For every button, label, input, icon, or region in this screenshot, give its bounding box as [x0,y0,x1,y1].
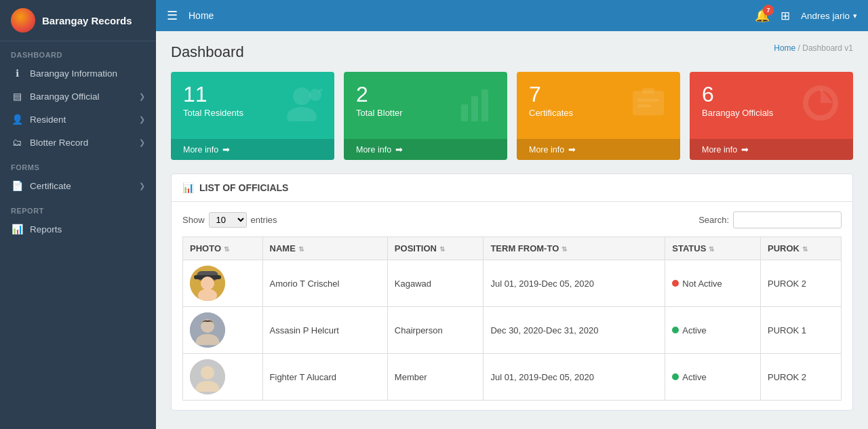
card-barangay-officials: 6 Barangay Officials More info ➡ [690,72,853,160]
sidebar-item-resident[interactable]: 👤 Resident ❯ [0,108,156,131]
show-entries-control: Show 10 25 50 100 entries [182,212,277,228]
svg-rect-9 [637,99,659,102]
entries-select[interactable]: 10 25 50 100 [209,212,247,228]
sidebar-item-label: Reports [30,224,62,234]
residents-icon [281,84,322,129]
sidebar-item-label: Resident [30,115,66,125]
table-row: Amorio T Crischel Kagawad Jul 01, 2019-D… [183,260,842,307]
person-icon: 👤 [11,114,23,125]
topbar-right: 🔔 7 ⊞ Andres jario ▾ [755,8,857,23]
sidebar-item-barangay-information[interactable]: ℹ Barangay Information [0,62,156,85]
col-purok[interactable]: PUROK⇅ [760,237,841,260]
list-icon: ▤ [11,91,23,102]
sidebar-item-blotter-record[interactable]: 🗂 Blotter Record ❯ [0,131,156,154]
cell-position: Chairperson [387,307,484,354]
cell-name: Amorio T Crischel [262,260,387,307]
sidebar-item-label: Barangay Information [30,68,117,79]
table-controls: Show 10 25 50 100 entries Search: [182,211,842,228]
officials-table: PHOTO⇅ NAME⇅ POSITION⇅ TERM FROM-TO⇅ STA… [182,237,842,401]
sidebar-item-barangay-official[interactable]: ▤ Barangay Official ❯ [0,85,156,108]
notification-bell[interactable]: 🔔 7 [755,8,770,23]
sidebar-item-reports[interactable]: 📊 Reports [0,218,156,241]
cell-purok: PUROK 2 [760,260,841,307]
cell-term: Dec 30, 2020-Dec 31, 2020 [484,307,665,354]
cell-position: Kagawad [387,260,484,307]
svg-rect-7 [633,91,664,115]
svg-rect-4 [461,104,468,121]
table-row: Fighter T Alucard Member Jul 01, 2019-De… [183,354,842,401]
card-more-info-officials[interactable]: More info ➡ [690,139,853,160]
panel-body: Show 10 25 50 100 entries Search: [172,202,852,410]
topbar: ☰ Home 🔔 7 ⊞ Andres jario ▾ [156,0,868,31]
sidebar: Barangay Records DASHBOARD ℹ Barangay In… [0,0,156,429]
svg-rect-8 [642,88,654,94]
content-area: Dashboard Home / Dashboard v1 11 Total R… [156,31,868,429]
sidebar-item-label: Barangay Official [30,91,100,102]
table-row: Assasin P Helcurt Chairperson Dec 30, 20… [183,307,842,354]
col-status[interactable]: STATUS⇅ [665,237,761,260]
breadcrumb: Home / Dashboard v1 [774,43,853,53]
certificates-icon [629,84,668,129]
blotter-icon [458,84,495,129]
cell-term: Jul 01, 2019-Dec 05, 2020 [484,260,665,307]
card-more-info-certificates[interactable]: More info ➡ [517,139,680,160]
sidebar-item-label: Blotter Record [30,138,88,148]
chevron-icon: ❯ [139,115,145,124]
search-label: Search: [698,215,729,225]
card-more-info-residents[interactable]: More info ➡ [171,139,334,160]
officials-panel: 📊 LIST OF OFFICIALS Show 10 25 50 100 en… [171,173,853,411]
cell-position: Member [387,354,484,401]
cell-name: Assasin P Helcurt [262,307,387,354]
dashboard-header: Dashboard Home / Dashboard v1 [171,43,853,61]
entries-label: entries [251,215,277,225]
svg-point-0 [293,87,311,105]
svg-rect-6 [481,89,488,121]
show-label: Show [182,215,205,225]
app-logo: Barangay Records [0,0,156,41]
cell-term: Jul 01, 2019-Dec 05, 2020 [484,354,665,401]
user-name: Andres jario [801,11,850,21]
search-box: Search: [698,211,842,228]
officials-icon [800,84,841,129]
chart-icon: 📊 [11,224,23,234]
status-dot [672,373,679,380]
svg-rect-5 [471,96,478,121]
status-dot [672,280,679,287]
hamburger-icon[interactable]: ☰ [167,8,178,23]
col-position[interactable]: POSITION⇅ [387,237,484,260]
logo-icon [11,8,35,33]
sidebar-item-certificate[interactable]: 📄 Certificate ❯ [0,174,156,197]
cell-photo [183,354,263,401]
certificate-icon: 📄 [11,180,23,191]
col-photo[interactable]: PHOTO⇅ [183,237,263,260]
breadcrumb-home[interactable]: Home [774,43,795,53]
svg-line-3 [319,88,322,92]
grid-icon[interactable]: ⊞ [781,9,790,23]
chevron-icon: ❯ [139,138,145,147]
cell-photo [183,307,263,354]
bar-chart-icon: 📊 [182,182,194,193]
cell-purok: PUROK 2 [760,354,841,401]
user-menu[interactable]: Andres jario ▾ [801,11,857,21]
col-name[interactable]: NAME⇅ [262,237,387,260]
card-total-residents: 11 Total Residents More info ➡ [171,72,334,160]
chevron-icon: ❯ [139,182,145,190]
sidebar-section-dashboard: DASHBOARD [0,41,156,62]
cell-status: Not Active [665,260,761,307]
panel-header: 📊 LIST OF OFFICIALS [172,174,852,202]
breadcrumb-current: Dashboard v1 [802,43,853,53]
user-caret-icon: ▾ [853,12,857,20]
status-dot [672,327,679,333]
card-more-info-blotter[interactable]: More info ➡ [344,139,507,160]
info-cards-row: 11 Total Residents More info ➡ 2 [171,72,853,160]
topbar-home-label[interactable]: Home [189,10,214,21]
page-title: Dashboard [171,43,244,61]
col-term[interactable]: TERM FROM-TO⇅ [484,237,665,260]
search-input[interactable] [733,211,842,228]
svg-point-20 [201,366,214,380]
info-icon: ℹ [11,68,23,79]
sidebar-section-forms: FORMS [0,154,156,174]
notification-badge: 7 [763,5,774,16]
cell-name: Fighter T Alucard [262,354,387,401]
main-area: ☰ Home 🔔 7 ⊞ Andres jario ▾ Dashboard Ho… [156,0,868,429]
